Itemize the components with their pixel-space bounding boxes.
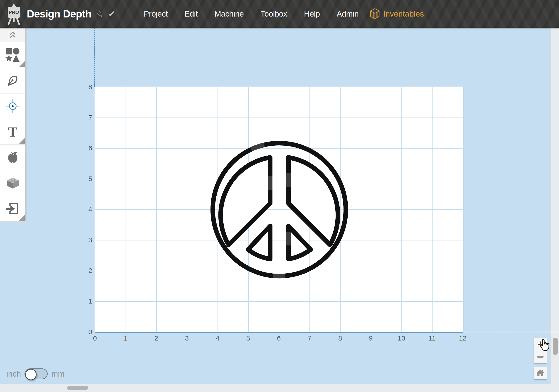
inventables-logo-icon bbox=[370, 8, 380, 20]
menu-item-admin[interactable]: Admin bbox=[337, 9, 359, 18]
design-library-tool-button[interactable] bbox=[0, 145, 25, 170]
favorite-star-icon[interactable]: ☆ bbox=[95, 9, 104, 18]
tool-palette: T bbox=[0, 28, 26, 221]
menu-item-toolbox[interactable]: Toolbox bbox=[261, 9, 287, 18]
peace-right-triangle bbox=[288, 226, 311, 259]
zoom-in-button[interactable]: + bbox=[534, 338, 547, 350]
pen-tool-button[interactable] bbox=[0, 68, 25, 93]
import-tool-button[interactable] bbox=[0, 196, 25, 222]
easel-pro-logo[interactable]: PRO bbox=[6, 3, 21, 25]
menu-item-edit[interactable]: Edit bbox=[184, 9, 197, 18]
saved-check-icon: ✔ bbox=[108, 9, 115, 18]
chevron-up-icon bbox=[8, 31, 17, 39]
home-icon bbox=[537, 369, 544, 377]
apple-icon bbox=[6, 150, 20, 164]
import-icon bbox=[6, 202, 19, 215]
peace-left-triangle bbox=[248, 226, 270, 259]
unit-toggle-switch[interactable] bbox=[25, 368, 48, 379]
text-tool-button[interactable]: T bbox=[0, 119, 25, 145]
pro-badge-text: PRO bbox=[9, 9, 19, 15]
unit-label-inch: inch bbox=[6, 369, 21, 378]
brand-name: Inventables bbox=[383, 9, 424, 18]
shapes-tool-button[interactable] bbox=[0, 42, 25, 68]
material-apps-tool-button[interactable] bbox=[0, 170, 25, 196]
work-area-dashed-line-vertical bbox=[94, 28, 95, 87]
main-menu: Project Edit Machine Toolbox Help Admin bbox=[144, 0, 359, 28]
menu-item-machine[interactable]: Machine bbox=[214, 9, 244, 18]
zoom-panel: + bbox=[534, 338, 547, 363]
minus-icon bbox=[537, 356, 544, 358]
vertical-scrollbar-thumb[interactable] bbox=[553, 338, 558, 355]
inventables-brand-link[interactable]: Inventables bbox=[370, 0, 424, 28]
top-bar: PRO Design Depth ☆ ✔ Project Edit Machin… bbox=[0, 0, 559, 28]
text-icon: T bbox=[6, 125, 19, 139]
svg-text:T: T bbox=[8, 125, 17, 139]
collapse-palette-button[interactable] bbox=[0, 28, 25, 42]
horizontal-scrollbar-thumb[interactable] bbox=[67, 386, 88, 390]
unit-toggle-knob[interactable] bbox=[25, 369, 37, 380]
peace-symbol-design[interactable] bbox=[208, 139, 350, 281]
shapes-icon bbox=[5, 48, 20, 62]
vertical-scrollbar-track bbox=[550, 28, 559, 384]
unit-label-mm: mm bbox=[51, 369, 65, 378]
unit-toggle-group: inch mm bbox=[6, 368, 65, 380]
lego-brick-icon bbox=[5, 176, 20, 190]
plus-icon: + bbox=[537, 339, 544, 349]
drill-point-tool-button[interactable] bbox=[0, 93, 25, 119]
menu-item-project[interactable]: Project bbox=[144, 9, 168, 18]
pen-nib-icon bbox=[6, 73, 20, 88]
drill-crosshair-icon bbox=[5, 99, 20, 113]
menu-item-help[interactable]: Help bbox=[304, 9, 320, 18]
home-view-button[interactable] bbox=[534, 367, 547, 379]
zoom-out-button[interactable] bbox=[534, 350, 547, 363]
work-area-dashed-line-horizontal bbox=[463, 332, 559, 332]
project-title[interactable]: Design Depth bbox=[27, 8, 91, 20]
